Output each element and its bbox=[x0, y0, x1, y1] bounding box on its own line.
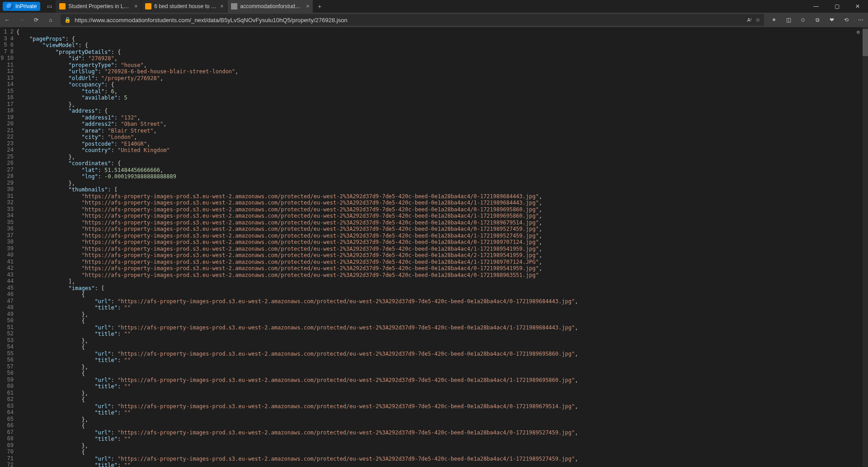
maximize-button[interactable]: ▢ bbox=[826, 0, 847, 13]
tab-0[interactable]: Student Properties in London | A × bbox=[56, 0, 142, 13]
collections-icon[interactable]: ⧉ bbox=[810, 13, 825, 27]
tab-favicon bbox=[145, 3, 151, 10]
json-viewer: 1 2 3 4 5 6 7 8 9 10 11 12 13 14 15 16 1… bbox=[0, 27, 868, 467]
forward-button[interactable]: → bbox=[14, 13, 29, 27]
extensions-icon[interactable]: ✶ bbox=[767, 13, 781, 27]
favorites-icon[interactable]: ✩ bbox=[796, 13, 810, 27]
inprivate-icon bbox=[6, 3, 13, 10]
browser-essentials-icon[interactable]: ❤ bbox=[825, 13, 839, 27]
window-controls: — ▢ ✕ bbox=[806, 0, 868, 13]
browser-toolbar: ← → ⟳ ⌂ 🔒 https://www.accommodationforst… bbox=[0, 13, 868, 27]
minimize-button[interactable]: — bbox=[806, 0, 826, 13]
inprivate-label: InPrivate bbox=[15, 3, 37, 10]
close-window-button[interactable]: ✕ bbox=[847, 0, 868, 13]
read-aloud-icon[interactable]: A⁾ bbox=[747, 17, 752, 23]
back-button[interactable]: ← bbox=[0, 13, 14, 27]
json-content[interactable]: { "pageProps": { "viewModel": { "propert… bbox=[16, 27, 863, 467]
new-tab-button[interactable]: ＋ bbox=[313, 3, 326, 10]
url-text: https://www.accommodationforstudents.com… bbox=[75, 17, 744, 24]
site-info-icon[interactable]: 🔒 bbox=[64, 17, 71, 23]
pretty-print-settings-icon[interactable]: ⚙ bbox=[857, 29, 860, 36]
address-bar[interactable]: 🔒 https://www.accommodationforstudents.c… bbox=[61, 14, 764, 26]
tab-title: Student Properties in London | A bbox=[68, 3, 132, 10]
home-button[interactable]: ⌂ bbox=[43, 13, 58, 27]
close-icon[interactable]: × bbox=[306, 3, 309, 10]
tab-title: 6 bed student house to let Oban bbox=[154, 3, 217, 10]
favorite-icon[interactable]: ☆ bbox=[755, 17, 760, 23]
tab-1[interactable]: 6 bed student house to let Oban × bbox=[142, 0, 227, 13]
split-screen-icon[interactable]: ◫ bbox=[781, 13, 796, 27]
vertical-scrollbar[interactable] bbox=[863, 27, 868, 467]
close-icon[interactable]: × bbox=[220, 3, 223, 10]
inprivate-badge[interactable]: InPrivate bbox=[3, 2, 40, 11]
settings-menu-button[interactable]: ⋯ bbox=[854, 13, 868, 27]
line-number-gutter: 1 2 3 4 5 6 7 8 9 10 11 12 13 14 15 16 1… bbox=[0, 27, 16, 467]
scrollbar-thumb[interactable] bbox=[863, 29, 868, 56]
titlebar: InPrivate ▭ Student Properties in London… bbox=[0, 0, 868, 13]
tab-favicon bbox=[231, 3, 237, 10]
refresh-button[interactable]: ⟳ bbox=[29, 13, 43, 27]
tab-favicon bbox=[59, 3, 66, 10]
tab-2[interactable]: accommodationforstudents.com/ × bbox=[227, 0, 313, 13]
tab-actions-button[interactable]: ▭ bbox=[43, 0, 56, 13]
tab-title: accommodationforstudents.com/ bbox=[240, 3, 303, 10]
copilot-icon[interactable]: ⟲ bbox=[839, 13, 854, 27]
close-icon[interactable]: × bbox=[134, 3, 137, 10]
